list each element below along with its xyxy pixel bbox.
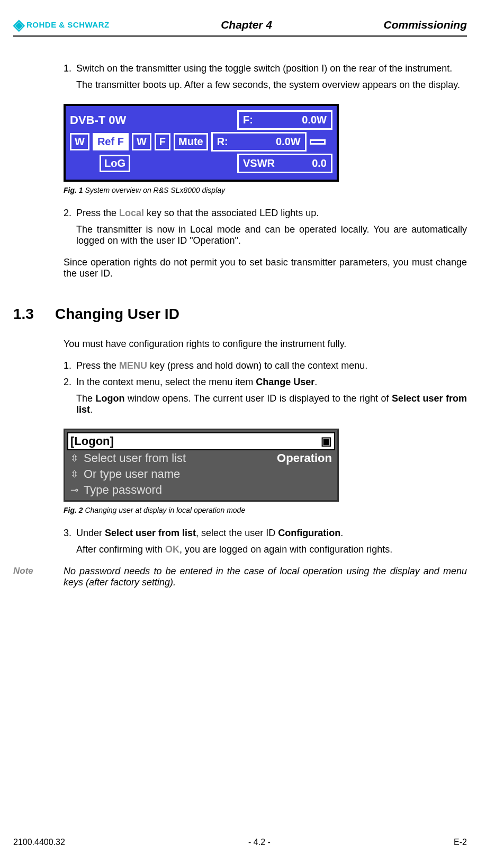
lcd-r-label: R:	[217, 136, 228, 148]
logon-bold: Logon	[96, 393, 125, 404]
step-2-sub: The transmitter is now in Local mode and…	[76, 224, 467, 246]
step-number: 3.	[64, 528, 76, 539]
lcd-display-2: [Logon] ▣ ⇳ Select user from list Operat…	[64, 429, 339, 502]
logo-text: ROHDE & SCHWARZ	[26, 20, 110, 29]
step-1-3-3: 3. Under Select user from list, select t…	[64, 528, 467, 539]
lcd-r-value: 0.0W	[276, 136, 301, 148]
page-header: ◈ ROHDE & SCHWARZ Chapter 4 Commissionin…	[13, 16, 467, 37]
operation-value: Operation	[277, 451, 332, 465]
note-block: Note No password needs to be entered in …	[13, 566, 467, 588]
logo-icon: ◈	[13, 16, 25, 33]
footer-right: E-2	[454, 838, 467, 847]
logon-title: [Logon] ▣	[67, 432, 335, 450]
step-1-3-2-sub: The Logon window opens. The current user…	[76, 393, 467, 415]
fig1-caption-bold: Fig. 1	[64, 186, 83, 194]
step-number: 1.	[64, 63, 76, 74]
menu-key: MENU	[119, 360, 147, 371]
section-title: Commissioning	[383, 19, 467, 31]
fig1-caption-text: System overview on R&S SLx8000 display	[83, 186, 225, 194]
footer-center: - 4.2 -	[248, 838, 271, 847]
lcd-w: W	[70, 133, 89, 150]
logon-row-3: ⊸ Type password	[67, 482, 335, 498]
key-icon: ⊸	[70, 484, 78, 496]
footer-left: 2100.4400.32	[13, 838, 65, 847]
figure-2-caption: Fig. 2 Changing user at display in local…	[64, 506, 467, 514]
heading-1-3: 1.3 Changing User ID	[13, 306, 467, 323]
step-1-3-3-sub: After confirming with OK, you are logged…	[76, 544, 467, 555]
lcd-vswr-label: VSWR	[243, 157, 275, 170]
lcd-f-value: 0.0W	[302, 114, 327, 126]
brand-logo: ◈ ROHDE & SCHWARZ	[13, 16, 110, 33]
configuration-bold: Configuration	[278, 528, 340, 538]
step-number: 2.	[64, 208, 76, 219]
note-label: Note	[13, 566, 64, 588]
lcd-ref: Ref F	[93, 133, 129, 150]
step-number: 2.	[64, 377, 76, 388]
updown-icon: ⇳	[70, 452, 78, 464]
lcd-mute: Mute	[174, 133, 208, 150]
lcd-log: LoG	[100, 155, 130, 172]
lcd-vswr-value: 0.0	[312, 157, 327, 170]
select-user-bold: Select user from list	[105, 528, 196, 538]
note-text: No password needs to be entered in the c…	[64, 566, 467, 588]
fig2-caption-bold: Fig. 2	[64, 506, 83, 514]
h2-number: 1.3	[13, 306, 34, 323]
chapter-title: Chapter 4	[221, 19, 272, 31]
scroll-icon: ▣	[321, 434, 332, 448]
step-text: Under Select user from list, select the …	[76, 528, 467, 539]
h2-title: Changing User ID	[55, 306, 179, 323]
step-1: 1. Switch on the transmitter using the t…	[64, 63, 467, 74]
logon-row-2: ⇳ Or type user name	[67, 466, 335, 482]
local-key: Local	[119, 208, 144, 218]
lcd-title: DVB-T 0W	[70, 113, 126, 127]
page-footer: 2100.4400.32 - 4.2 - E-2	[13, 838, 467, 847]
lcd-end-box	[310, 139, 326, 145]
lcd-wf: W	[132, 133, 151, 150]
step-text: Switch on the transmitter using the togg…	[76, 63, 467, 74]
ok-key: OK	[165, 544, 179, 555]
step-text: Press the Local key so that the associat…	[76, 208, 467, 219]
fig2-caption-text: Changing user at display in local operat…	[83, 506, 246, 514]
paragraph-rights: Since operation rights do not permit you…	[64, 257, 467, 279]
step-text: In the context menu, select the menu ite…	[76, 377, 467, 388]
step-2: 2. Press the Local key so that the assoc…	[64, 208, 467, 219]
lcd-f2: F	[155, 133, 170, 150]
lcd-display-1: DVB-T 0W F: 0.0W W Ref F W F Mute R: 0.0	[64, 104, 339, 182]
paragraph-config: You must have configuration rights to co…	[64, 339, 467, 350]
step-1-sub: The transmitter boots up. After a few se…	[76, 79, 467, 91]
step-1-3-2: 2. In the context menu, select the menu …	[64, 377, 467, 388]
logon-row-1: ⇳ Select user from list Operation	[67, 450, 335, 466]
step-text: Press the MENU key (press and hold down)…	[76, 360, 467, 371]
change-user-bold: Change User	[256, 377, 314, 387]
step-1-3-1: 1. Press the MENU key (press and hold do…	[64, 360, 467, 371]
lcd-f-label: F:	[243, 114, 253, 126]
updown-icon: ⇳	[70, 468, 78, 480]
step-number: 1.	[64, 360, 76, 371]
figure-1-caption: Fig. 1 System overview on R&S SLx8000 di…	[64, 186, 467, 194]
figure-1: DVB-T 0W F: 0.0W W Ref F W F Mute R: 0.0	[64, 104, 467, 194]
figure-2: [Logon] ▣ ⇳ Select user from list Operat…	[64, 429, 467, 514]
